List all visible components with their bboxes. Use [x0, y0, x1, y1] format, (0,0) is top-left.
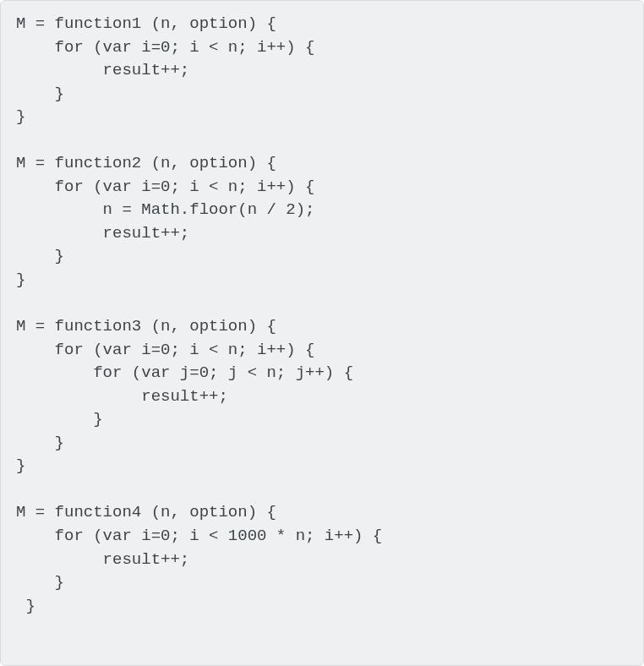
code-line: for (var i=0; i < n; i++) { — [16, 341, 314, 359]
code-line: } — [16, 85, 64, 103]
code-line: n = Math.floor(n / 2); — [16, 200, 314, 219]
code-line: } — [16, 247, 64, 265]
code-line: result++; — [16, 387, 228, 406]
code-line: } — [16, 456, 25, 475]
code-line: for (var i=0; i < n; i++) { — [16, 38, 314, 57]
code-line: } — [16, 410, 103, 429]
code-line: } — [16, 434, 64, 452]
code-block: M = function1 (n, option) { for (var i=0… — [0, 0, 644, 666]
code-line: } — [16, 270, 25, 289]
code-line: M = function4 (n, option) { — [16, 503, 276, 521]
code-line: result++; — [16, 61, 189, 79]
code-line: result++; — [16, 550, 189, 569]
code-line: for (var j=0; j < n; j++) { — [16, 363, 353, 382]
code-line: } — [16, 573, 64, 592]
code-line: M = function3 (n, option) { — [16, 317, 276, 336]
code-line: for (var i=0; i < n; i++) { — [16, 177, 314, 196]
code-line: result++; — [16, 224, 189, 243]
code-line: M = function2 (n, option) { — [16, 154, 276, 172]
code-line: } — [16, 597, 35, 615]
code-line: } — [16, 107, 25, 126]
code-line: M = function1 (n, option) { — [16, 14, 276, 33]
code-line: for (var i=0; i < 1000 * n; i++) { — [16, 527, 382, 545]
